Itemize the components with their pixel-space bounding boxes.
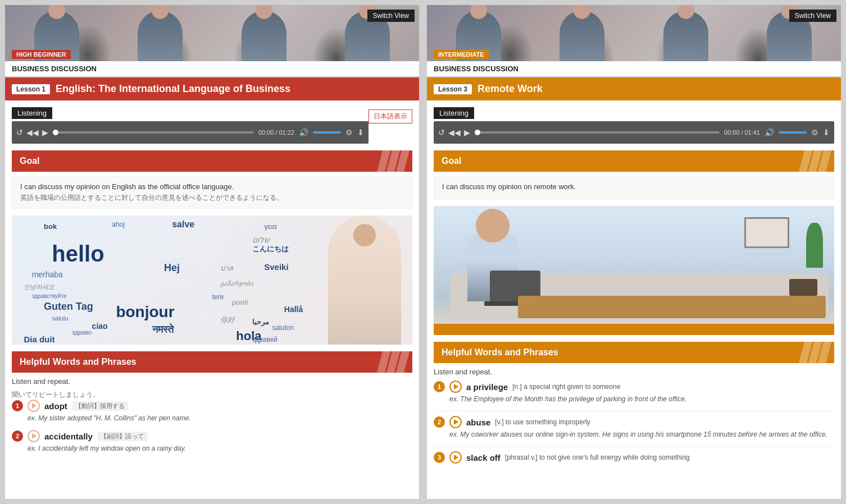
helpful-words-header-1: Helpful Words and Phrases — [12, 351, 412, 373]
player-controls-1: ↺ ◀◀ ▶ — [16, 128, 48, 137]
vocab-row-2-1: 1 a privilege [n.] a special right given… — [434, 381, 834, 393]
play-icon[interactable]: ▶ — [42, 128, 48, 137]
vocab-item-2-3: 3 slack off [phrasal v.] to not give one… — [434, 451, 834, 464]
helpful-chevrons-1 — [380, 351, 407, 373]
wc-gutentag: Guten Tag — [44, 301, 93, 313]
replay-icon[interactable]: ↺ — [16, 128, 23, 137]
hero-image-lesson3: Switch View INTERMEDIATE — [427, 5, 841, 61]
vocab-play-btn-1-1[interactable] — [28, 400, 40, 412]
goal-chevrons-1 — [380, 150, 407, 172]
play-triangle-1-1 — [32, 403, 37, 409]
goal-text-jp-1: 英語を職場の公用語とすることに対して自分の意見を述べることができるようになる。 — [20, 193, 404, 203]
volume-slider-1[interactable] — [313, 131, 341, 134]
helpful-chevrons-2 — [802, 342, 829, 363]
progress-dot-1 — [53, 130, 58, 135]
goal-text-1: I can discuss my opinion on English as t… — [20, 182, 404, 191]
settings-icon-1[interactable]: ⚙ — [345, 128, 353, 137]
player-bar-2[interactable]: ↺ ◀◀ ▶ 00:00 / 01:41 🔊 ⚙ ⬇ — [434, 121, 834, 144]
volume-slider-2[interactable] — [779, 131, 807, 134]
man-head — [353, 224, 376, 246]
time-display-2: 00:00 / 01:41 — [724, 129, 760, 136]
vocab-item-2-2: 2 abuse [v.] to use something improperly… — [434, 416, 834, 438]
volume-icon-2[interactable]: 🔊 — [765, 128, 774, 137]
player-bar-1[interactable]: ↺ ◀◀ ▶ 00:00 / 01:22 🔊 ⚙ ⬇ — [12, 121, 369, 144]
vocab-play-btn-2-1[interactable] — [449, 381, 462, 393]
panel-lesson1: Switch View HIGH BEGINNER BUSINESS DISCU… — [4, 4, 420, 500]
wc-punti: punti — [232, 298, 248, 306]
progress-bar-1[interactable] — [53, 131, 254, 134]
switch-view-button-2[interactable]: Switch View — [789, 10, 836, 22]
wc-zdravstvuyte: здравствуйте — [32, 293, 67, 299]
word-cloud-words: bok ahoj salve γεια שלום hello こんにちは mer… — [12, 216, 412, 345]
lesson-badge-1: Lesson 1 — [12, 84, 50, 94]
vocab-play-btn-1-2[interactable] — [28, 430, 40, 442]
vocab-row-1-2: 2 accidentally 【副詞】誤って — [12, 430, 412, 442]
prev-icon[interactable]: ◀◀ — [26, 128, 39, 137]
wc-saluton: saluton — [272, 324, 294, 332]
vocab-example-2-2: ex. My coworker abuses our online sign-i… — [449, 430, 834, 438]
wc-halla: Hallå — [284, 305, 303, 314]
settings-icon-2[interactable]: ⚙ — [811, 128, 818, 137]
wc-annyeong: 안녕하세요 — [24, 283, 54, 291]
play-triangle-1-2 — [32, 433, 37, 439]
remote-work-image — [434, 206, 834, 335]
vocab-def-2-1: [n.] a special right given to someone — [512, 383, 620, 391]
wc-zdravey: здравей — [252, 336, 278, 343]
content-area-2: Listening ↺ ◀◀ ▶ 00:00 / 01:41 🔊 ⚙ ⬇ — [427, 100, 841, 499]
coffee-table — [518, 296, 826, 318]
wc-namaste: नमस्ते — [152, 324, 174, 336]
vocab-def-2-3: [phrasal v.] to not give one's full ener… — [505, 453, 690, 461]
prev-icon-2[interactable]: ◀◀ — [448, 128, 461, 137]
replay-icon-2[interactable]: ↺ — [438, 128, 445, 137]
time-display-1: 00:00 / 01:22 — [258, 129, 294, 136]
play-triangle-2-2 — [454, 419, 458, 425]
download-icon-1[interactable]: ⬇ — [357, 128, 364, 137]
player-label-1: Listening — [12, 107, 412, 121]
category-label-1: BUSINESS DISCUSSION — [5, 61, 419, 77]
wc-bonjour: bonjour — [116, 303, 174, 321]
volume-icon[interactable]: 🔊 — [299, 128, 308, 137]
lesson-badge-2: Lesson 3 — [434, 84, 472, 94]
hero-figures-2 — [427, 5, 841, 61]
vocab-play-btn-2-3[interactable] — [449, 451, 462, 464]
vocab-number-2-3: 3 — [434, 452, 445, 463]
helpful-words-title-2: Helpful Words and Phrases — [442, 347, 558, 358]
player-section-2: Listening ↺ ◀◀ ▶ 00:00 / 01:41 🔊 ⚙ ⬇ — [434, 107, 834, 144]
play-icon-2[interactable]: ▶ — [464, 128, 470, 137]
vocab-row-2-3: 3 slack off [phrasal v.] to not give one… — [434, 451, 834, 464]
wc-ciao: ciao — [92, 322, 108, 331]
lesson-title-bar-1: Lesson 1 English: The International Lang… — [5, 77, 419, 100]
level-badge-2: INTERMEDIATE — [434, 50, 489, 59]
player-section-1: 日本語表示 Listening ↺ ◀◀ ▶ 00:00 / 01:22 🔊 ⚙ — [12, 107, 412, 144]
vocab-item-1-2: 2 accidentally 【副詞】誤って ex. I accidentall… — [12, 430, 412, 452]
vocab-number-2-1: 1 — [434, 381, 445, 392]
vocab-example-1-2: ex. I accidentally left my window open o… — [28, 445, 412, 452]
lesson-title-2: Remote Work — [477, 83, 543, 95]
download-icon-2[interactable]: ⬇ — [823, 128, 830, 137]
wc-diaduit: Dia duit — [24, 335, 54, 344]
vocab-word-2-3: slack off — [466, 453, 501, 462]
panel-lesson3: Switch View INTERMEDIATE BUSINESS DISCUS… — [426, 4, 842, 500]
figure-2-2 — [560, 11, 604, 61]
vocab-word-2-1: a privilege — [466, 382, 508, 392]
player-label-2: Listening — [434, 107, 834, 121]
level-badge-1: HIGH BEGINNER — [12, 50, 71, 59]
japanese-display-button[interactable]: 日本語表示 — [369, 109, 412, 123]
wc-shalom: שלום — [252, 235, 270, 244]
vocab-play-btn-2-2[interactable] — [449, 416, 462, 428]
vocab-row-2-2: 2 abuse [v.] to use something improperly — [434, 416, 834, 428]
remote-work-visual — [434, 206, 834, 335]
vocab-row-1-1: 1 adopt 【動詞】採用する — [12, 400, 412, 412]
progress-bar-2[interactable] — [475, 131, 720, 134]
helpful-words-header-2: Helpful Words and Phrases — [434, 342, 834, 363]
wc-salve: salve — [172, 219, 194, 230]
wc-marhaba: مرحبا — [252, 318, 269, 326]
wc-gamarjoba: გამარჯობა — [220, 280, 253, 287]
instruction-text-1: Listen and repeat. — [12, 377, 412, 386]
vocab-word-1-2: accidentally — [44, 432, 93, 441]
switch-view-button-1[interactable]: Switch View — [367, 10, 415, 22]
goal-box-2: I can discuss my opinion on remote work. — [434, 176, 834, 199]
vocab-def-2-2: [v.] to use something improperly — [495, 418, 590, 426]
wc-bok: bok — [44, 222, 57, 231]
wc-nihao: 你好 — [220, 315, 235, 325]
